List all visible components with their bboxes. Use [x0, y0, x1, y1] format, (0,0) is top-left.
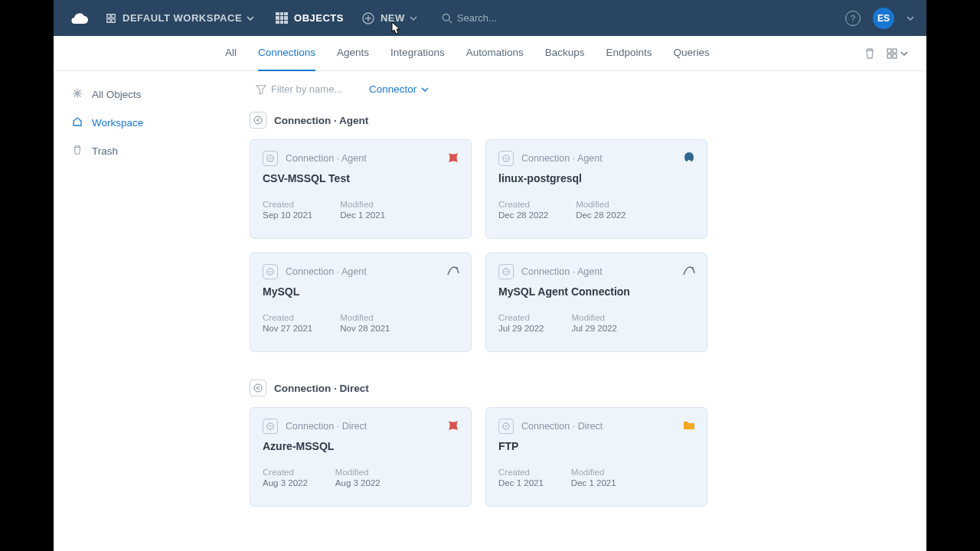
chevron-down-icon[interactable] [906, 15, 914, 22]
svg-rect-5 [893, 54, 897, 58]
workspace-icon [72, 116, 92, 129]
avatar[interactable]: ES [873, 8, 894, 29]
connection-card[interactable]: Connection · AgentMySQLCreatedNov 27 202… [250, 253, 472, 352]
group-header: Connection · Agent [250, 107, 908, 139]
modified-label: Modified [340, 200, 385, 209]
workspace-label: DEFAULT WORKSPACE [122, 12, 242, 24]
svg-point-6 [254, 116, 262, 124]
created-label: Created [263, 200, 312, 209]
connector-filter[interactable]: Connector [369, 83, 429, 95]
created-label: Created [263, 313, 312, 322]
tab-connections[interactable]: Connections [258, 36, 315, 71]
modified-date: Dec 1 2021 [571, 478, 616, 487]
svg-point-13 [254, 384, 262, 392]
connection-card[interactable]: Connection · Agentlinux-postgresqlCreate… [485, 139, 707, 239]
card-type-label: Connection · Agent [521, 153, 603, 164]
modified-date: Nov 28 2021 [340, 324, 390, 333]
tab-agents[interactable]: Agents [337, 36, 369, 71]
mysql-icon [682, 264, 696, 278]
connection-icon [263, 151, 278, 166]
sidebar-item-label: Trash [92, 145, 118, 157]
mssql-icon [446, 419, 460, 432]
svg-point-1 [443, 14, 449, 21]
search-icon [442, 13, 452, 24]
mssql-icon [446, 151, 460, 165]
tab-automations[interactable]: Automations [466, 36, 524, 71]
sidebar-item-trash[interactable]: Trash [60, 137, 243, 165]
connection-icon [263, 264, 278, 279]
svg-point-10 [456, 267, 458, 269]
filter-name[interactable] [256, 83, 355, 95]
tab-queries[interactable]: Queries [674, 36, 710, 71]
chevron-down-icon [247, 15, 254, 22]
card-title: MySQL [263, 285, 459, 298]
grid-view-icon [887, 48, 897, 59]
card-title: MySQL Agent Connection [498, 285, 694, 298]
modified-label: Modified [576, 200, 626, 209]
created-label: Created [263, 468, 308, 477]
connection-icon [250, 380, 266, 396]
nav-new-label: NEW [381, 12, 405, 24]
filter-name-input[interactable] [271, 83, 355, 95]
card-type-label: Connection · Direct [286, 421, 367, 432]
tab-all[interactable]: All [225, 36, 237, 71]
created-date: Jul 29 2022 [498, 324, 544, 333]
connection-card[interactable]: Connection · AgentCSV-MSSQL TestCreatedS… [250, 139, 472, 239]
card-type-label: Connection · Direct [521, 421, 603, 432]
modified-label: Modified [335, 468, 381, 477]
modified-label: Modified [571, 468, 616, 477]
view-toggle[interactable] [887, 48, 908, 59]
nav-objects[interactable]: OBJECTS [276, 12, 344, 24]
brand-logo[interactable] [66, 5, 93, 32]
avatar-initials: ES [877, 13, 890, 24]
workspace-icon [106, 13, 116, 24]
created-date: Dec 28 2022 [498, 210, 548, 220]
card-type-label: Connection · Agent [286, 266, 367, 277]
chevron-down-icon [900, 50, 908, 57]
topbar: DEFAULT WORKSPACE OBJECTS NEW ? ES [54, 0, 926, 36]
chevron-down-icon [421, 86, 429, 93]
card-title: CSV-MSSQL Test [263, 172, 459, 184]
group-title: Connection · Agent [274, 115, 368, 126]
svg-rect-2 [887, 49, 891, 53]
svg-point-12 [692, 267, 694, 269]
card-title: linux-postgresql [498, 172, 694, 184]
help-button[interactable]: ? [845, 11, 861, 26]
connection-icon [498, 419, 514, 434]
tab-endpoints[interactable]: Endpoints [606, 36, 652, 71]
created-date: Sep 10 2021 [263, 210, 312, 220]
tab-backups[interactable]: Backups [545, 36, 585, 71]
connection-card[interactable]: Connection · AgentMySQL Agent Connection… [485, 253, 707, 352]
created-date: Nov 27 2021 [263, 324, 312, 333]
tabs-row: AllConnectionsAgentsIntegrationsAutomati… [54, 36, 926, 71]
chevron-down-icon [410, 15, 417, 22]
nav-objects-label: OBJECTS [294, 12, 344, 24]
cloud-icon [70, 12, 89, 24]
search-box[interactable] [442, 12, 549, 24]
card-title: FTP [498, 440, 694, 452]
grid-icon [276, 12, 288, 24]
trash-icon [72, 145, 92, 158]
svg-rect-4 [887, 54, 891, 58]
modified-date: Dec 1 2021 [340, 210, 385, 220]
trash-icon[interactable] [864, 47, 876, 60]
folder-icon [682, 419, 696, 432]
sidebar-item-workspace[interactable]: Workspace [60, 109, 243, 137]
connection-card[interactable]: Connection · DirectFTPCreatedDec 1 2021M… [485, 407, 707, 507]
workspace-selector[interactable]: DEFAULT WORKSPACE [106, 12, 254, 24]
created-label: Created [498, 468, 544, 477]
modified-date: Aug 3 2022 [335, 478, 381, 487]
sidebar-item-all-objects[interactable]: All Objects [60, 80, 243, 109]
created-date: Dec 1 2021 [498, 478, 544, 487]
modified-label: Modified [571, 313, 616, 322]
nav-new[interactable]: NEW [362, 12, 423, 24]
asterisk-icon [72, 88, 92, 101]
card-title: Azure-MSSQL [263, 440, 459, 452]
group-header: Connection · Direct [250, 375, 908, 407]
postgres-icon [682, 151, 696, 165]
search-input[interactable] [457, 12, 549, 24]
connection-card[interactable]: Connection · DirectAzure-MSSQLCreatedAug… [250, 407, 472, 507]
tab-integrations[interactable]: Integrations [390, 36, 445, 71]
svg-rect-3 [893, 49, 897, 53]
filter-icon [256, 84, 266, 95]
